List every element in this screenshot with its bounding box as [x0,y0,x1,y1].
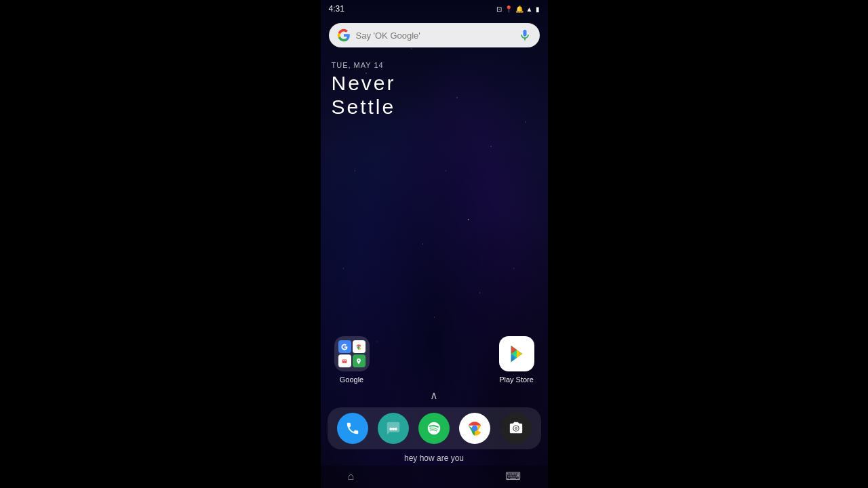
nav-back-icon[interactable]: ⌂ [348,470,355,483]
motto-line1: Never [332,72,396,94]
phone-icon [345,421,360,436]
play-store-app[interactable]: Play Store [499,336,534,384]
folder-cell-gmail [338,354,351,367]
battery-icon: ▮ [536,5,540,13]
motto-text: Never Settle [332,72,537,119]
status-time: 4:31 [329,4,344,14]
keyboard-icon[interactable]: ⌨ [505,470,521,483]
folder-cell-google [338,340,351,353]
svg-point-13 [515,428,517,429]
chrome-icon [466,420,484,437]
spotify-icon [427,421,441,436]
status-icons: ⊡ 📍 🔔 ▲ ▮ [496,5,540,13]
google-folder-app[interactable]: Google [334,336,370,384]
spacer [321,119,548,336]
svg-rect-2 [347,359,347,363]
svg-point-11 [472,426,478,432]
google-logo [337,28,351,42]
folder-cell-chrome [353,340,366,353]
folder-cell-maps [353,354,366,367]
messages-icon [386,421,401,436]
date-label: TUE, MAY 14 [332,61,537,69]
dock [328,407,541,449]
search-bar[interactable]: Say 'OK Google' [329,23,540,47]
status-bar: 4:31 ⊡ 📍 🔔 ▲ ▮ [321,0,548,16]
google-folder-label: Google [340,375,363,384]
swipe-indicator[interactable]: ∧ [321,384,548,407]
app-row: Google [321,336,548,384]
camera-app[interactable] [500,413,532,444]
text-message: hey how are you [404,453,464,463]
search-placeholder: Say 'OK Google' [356,30,513,41]
svg-point-7 [389,428,392,430]
svg-point-9 [395,428,397,430]
cast-icon: ⊡ [496,5,502,13]
bottom-nav: ⌂ ⌨ [321,466,548,488]
google-folder-icon [334,336,370,371]
date-motto-section: TUE, MAY 14 Never Settle [321,47,548,119]
swipe-chevron-icon: ∧ [430,389,438,402]
wifi-icon: ▲ [526,5,533,13]
screen-content: 4:31 ⊡ 📍 🔔 ▲ ▮ Say 'OK Goog [321,0,548,488]
svg-point-8 [392,428,395,430]
text-bar: hey how are you [321,452,548,466]
spotify-app[interactable] [418,413,450,444]
messages-app[interactable] [378,413,409,444]
svg-rect-1 [342,359,343,363]
play-store-icon [499,336,534,371]
location-icon: 📍 [505,5,513,13]
phone-app[interactable] [337,413,368,444]
mic-icon [518,28,532,42]
chrome-app[interactable] [459,413,490,444]
phone-screen: 4:31 ⊡ 📍 🔔 ▲ ▮ Say 'OK Goog [321,0,548,488]
camera-icon [509,421,524,436]
motto-line2: Settle [332,96,396,118]
bell-icon: 🔔 [515,5,524,13]
play-store-label: Play Store [499,375,534,384]
play-store-svg [507,344,526,363]
